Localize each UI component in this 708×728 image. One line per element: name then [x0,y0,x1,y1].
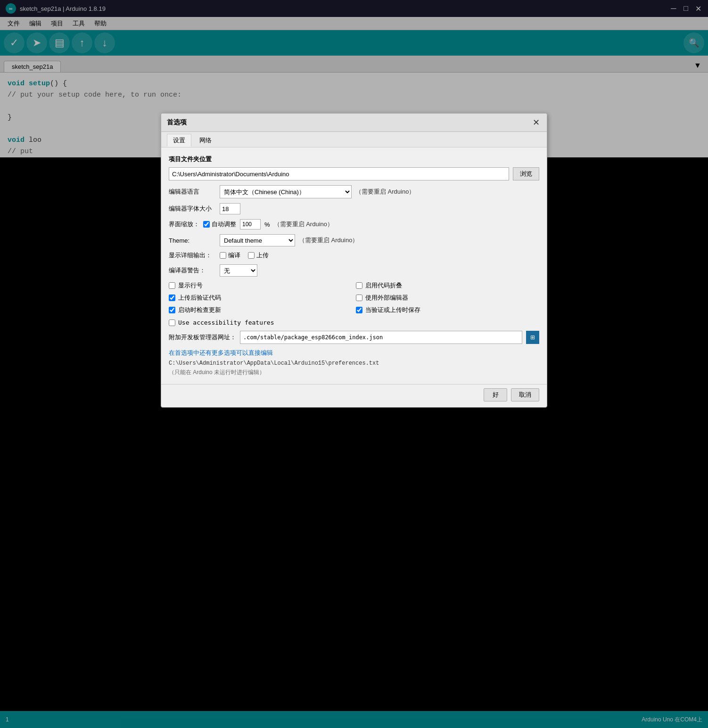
zoom-value-input[interactable] [240,219,261,229]
theme-row: Theme: Default theme Light theme Dark th… [169,234,539,246]
dialog-title: 首选项 [167,118,187,127]
verbose-compile-label: 编译 [228,251,240,260]
url-edit-button[interactable]: ⊞ [526,331,539,344]
verbose-label: 显示详细输出： [169,251,216,260]
theme-select[interactable]: Default theme Light theme Dark theme [220,234,295,246]
font-size-row: 编辑器字体大小 [169,203,539,214]
checkbox-external-editor: 使用外部编辑器 [356,294,539,302]
accessibility-checkbox[interactable] [169,319,175,326]
preferences-dialog: 首选项 ✕ 设置 网络 项目文件夹位置 浏览 编辑器语言 简体中文（Chines… [161,113,547,408]
warning-select[interactable]: 无 默认 更多 全部 [220,264,257,277]
zoom-auto-group: 自动调整 [203,220,236,229]
external-editor-checkbox[interactable] [356,294,362,301]
language-label: 编辑器语言 [169,188,216,196]
section-title-folder: 项目文件夹位置 [169,155,539,164]
check-update-checkbox[interactable] [169,307,175,313]
save-on-verify-checkbox[interactable] [356,307,362,313]
enable-fold-checkbox[interactable] [356,282,362,289]
cancel-button[interactable]: 取消 [511,388,539,401]
checkboxes-grid: 显示行号 启用代码折叠 上传后验证代码 使用外部编辑器 启动时检查更新 [169,281,539,314]
verify-upload-checkbox[interactable] [169,294,175,301]
modal-overlay: 首选项 ✕ 设置 网络 项目文件夹位置 浏览 编辑器语言 简体中文（Chines… [0,0,708,728]
show-line-label: 显示行号 [178,281,203,290]
language-row: 编辑器语言 简体中文（Chinese (China)） English （需要重… [169,185,539,198]
url-label: 附加开发板管理器网址： [169,333,236,342]
dialog-close-button[interactable]: ✕ [531,117,541,128]
path-input[interactable] [169,167,509,180]
dialog-tab-settings[interactable]: 设置 [167,134,191,147]
zoom-label: 界面缩放： [169,220,199,229]
preferences-note: （只能在 Arduino 未运行时进行编辑） [169,368,539,376]
enable-fold-label: 启用代码折叠 [365,281,402,290]
zoom-auto-label: 自动调整 [212,220,236,229]
save-on-verify-label: 当验证或上传时保存 [365,306,420,314]
show-line-checkbox[interactable] [169,282,175,289]
accessibility-row: Use accessibility features [169,319,539,326]
checkbox-check-update: 启动时检查更新 [169,306,352,314]
accessibility-label: Use accessibility features [178,319,274,326]
checkbox-accessibility: Use accessibility features [169,319,274,326]
verbose-upload-checkbox[interactable] [248,252,255,259]
url-row: 附加开发板管理器网址： ⊞ [169,331,539,344]
verbose-compile-checkbox[interactable] [220,252,226,259]
warning-label: 编译器警告： [169,266,216,275]
zoom-auto-checkbox[interactable] [203,221,210,228]
dialog-title-bar: 首选项 ✕ [161,114,547,132]
dialog-tab-network[interactable]: 网络 [193,134,218,147]
font-size-label: 编辑器字体大小 [169,204,216,213]
edit-preferences-link[interactable]: 在首选项中还有更多选项可以直接编辑 [169,349,539,357]
restart-note-theme: （需要重启 Arduino） [299,236,358,245]
url-edit-icon: ⊞ [530,334,535,341]
upload-checkbox-group: 上传 [248,251,269,260]
checkbox-verify-upload: 上传后验证代码 [169,294,352,302]
dialog-footer: 好 取消 [161,384,547,407]
restart-note-zoom: （需要重启 Arduino） [274,220,333,229]
url-input[interactable] [240,331,522,344]
theme-label: Theme: [169,237,216,244]
path-row: 浏览 [169,167,539,180]
checkbox-save-on-verify: 当验证或上传时保存 [356,306,539,314]
verbose-row: 显示详细输出： 编译 上传 [169,251,539,260]
checkbox-show-line: 显示行号 [169,281,352,290]
external-editor-label: 使用外部编辑器 [365,294,408,302]
zoom-percent: % [264,221,270,228]
checkbox-enable-fold: 启用代码折叠 [356,281,539,290]
dialog-body: 项目文件夹位置 浏览 编辑器语言 简体中文（Chinese (China)） E… [161,147,547,384]
preferences-path: C:\Users\Administrator\AppData\Local\Ard… [169,360,539,367]
language-select[interactable]: 简体中文（Chinese (China)） English [220,185,352,198]
ok-button[interactable]: 好 [484,388,507,401]
font-size-input[interactable] [220,203,240,214]
browse-button[interactable]: 浏览 [513,167,539,180]
verbose-upload-label: 上传 [256,251,269,260]
verify-upload-label: 上传后验证代码 [178,294,221,302]
restart-note-language: （需要重启 Arduino） [355,188,415,196]
dialog-tabs: 设置 网络 [161,132,547,147]
zoom-row: 界面缩放： 自动调整 % （需要重启 Arduino） [169,219,539,229]
check-update-label: 启动时检查更新 [178,306,221,314]
warning-row: 编译器警告： 无 默认 更多 全部 [169,264,539,277]
compile-checkbox-group: 编译 [220,251,240,260]
